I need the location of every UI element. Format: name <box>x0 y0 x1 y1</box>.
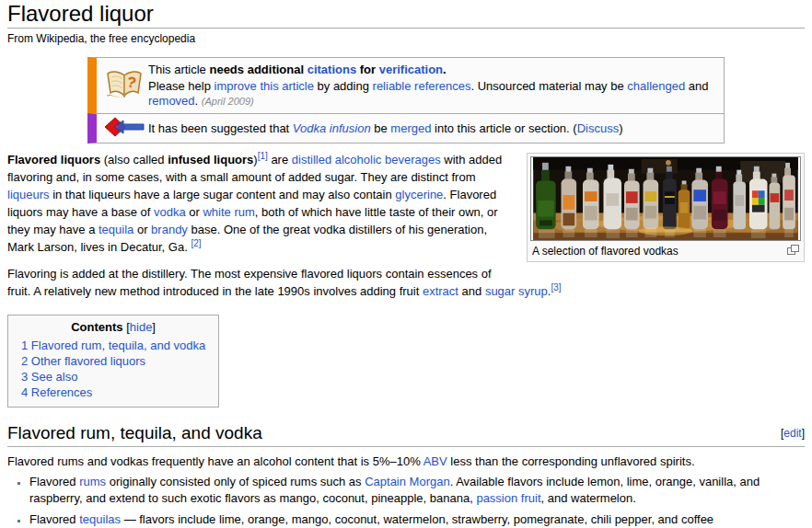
text-segment: infused liquors <box>168 153 253 166</box>
magnify-icon[interactable] <box>787 245 799 258</box>
text-segment: or <box>133 223 151 236</box>
inline-link[interactable]: reliable references <box>373 79 471 93</box>
reference-link[interactable]: [3] <box>551 282 561 293</box>
toc-title: Contents <box>71 320 122 334</box>
flavors-list: Flavored rums originally consisted only … <box>13 474 805 528</box>
text-segment: originally consisted only of spiced rums… <box>106 475 365 488</box>
section-intro-paragraph: Flavored rums and vodkas frequently have… <box>7 453 805 470</box>
merge-notice: It has been suggested that Vodka infusio… <box>87 113 725 143</box>
text-segment: It has been suggested that <box>148 121 293 135</box>
text-segment: (April 2009) <box>202 96 254 107</box>
toc-item-1[interactable]: 1 Flavored rum, tequila, and vodka <box>21 338 205 353</box>
list-item: Flavored tequilas — flavors include lime… <box>29 511 805 528</box>
inline-link[interactable]: glycerine <box>395 188 443 201</box>
inline-link[interactable]: hide <box>130 320 153 334</box>
inline-link[interactable]: Vodka infusion <box>293 121 371 135</box>
inline-link[interactable]: liqueurs <box>7 188 50 201</box>
inline-link[interactable]: brandy <box>151 223 188 236</box>
merge-arrow-icon <box>100 117 148 140</box>
text-segment: . <box>443 63 447 76</box>
inline-link[interactable]: rums <box>79 475 106 488</box>
question-book-icon: ? <box>100 68 148 104</box>
image-caption: A selection of flavored vodkas <box>532 245 679 258</box>
flavored-vodkas-image[interactable] <box>530 156 801 241</box>
edit-section-link[interactable]: [edit] <box>781 422 805 444</box>
article-thumbnail[interactable]: A selection of flavored vodkas <box>527 153 805 262</box>
text-segment: and <box>685 79 708 93</box>
text-segment: needs additional <box>209 63 307 76</box>
toc-item-2[interactable]: 2 Other flavored liquors <box>21 353 205 369</box>
site-subtitle: From Wikipedia, the free encyclopedia <box>7 32 805 45</box>
inline-link[interactable]: citations <box>307 63 356 76</box>
toc-hide-toggle[interactable]: [hide] <box>126 320 156 334</box>
reference-link[interactable]: [2] <box>191 238 201 248</box>
toc-link[interactable]: 3 See also <box>21 370 77 384</box>
inline-link[interactable]: edit <box>783 427 801 440</box>
text-segment: (also called <box>100 153 168 166</box>
text-segment: Flavoring is added at the distillery. Th… <box>7 267 492 298</box>
page-title: Flavored liquor <box>7 2 805 29</box>
text-segment: Flavored rums and vodkas frequently have… <box>7 454 423 468</box>
text-segment: and <box>458 284 485 298</box>
toc-link[interactable]: 2 Other flavored liquors <box>21 354 145 368</box>
toc-link[interactable]: 4 References <box>21 385 92 399</box>
text-segment: , and watermelon. <box>541 491 636 505</box>
merge-notice-line1: It has been suggested that Vodka infusio… <box>148 121 716 136</box>
inline-link[interactable]: challenged <box>627 79 685 93</box>
inline-link[interactable]: merged <box>390 121 431 135</box>
inline-link[interactable]: extract <box>423 284 458 298</box>
inline-link[interactable]: tequila <box>99 223 133 236</box>
toc-link[interactable]: 1 Flavored rum, tequila, and vodka <box>21 339 205 352</box>
list-item: Flavored rums originally consisted only … <box>29 474 805 507</box>
inline-link[interactable]: Captain Morgan <box>365 475 450 488</box>
text-segment: This article <box>148 63 209 76</box>
text-segment: — flavors include lime, orange, mango, c… <box>121 512 713 526</box>
table-of-contents: Contents [hide] 1 Flavored rum, tequila,… <box>7 315 219 407</box>
text-segment: . <box>195 94 202 108</box>
section-heading-text: Flavored rum, tequila, and vodka <box>7 423 262 442</box>
text-segment: are <box>268 153 292 166</box>
citations-notice-line2: Please help improve this article by addi… <box>148 79 716 109</box>
text-segment: for <box>356 63 379 76</box>
lead-paragraph-2: Flavoring is added at the distillery. Th… <box>7 265 805 300</box>
text-segment: by adding <box>314 79 373 93</box>
text-segment: Flavored <box>29 475 79 488</box>
inline-link[interactable]: sugar syrup <box>485 284 548 298</box>
text-segment: Flavored liquors <box>7 153 100 166</box>
text-segment: ] <box>152 320 156 334</box>
article-notices: ? This article needs additional citation… <box>87 57 725 143</box>
toc-item-3[interactable]: 3 See also <box>21 369 205 385</box>
inline-link[interactable]: ABV <box>423 454 447 468</box>
inline-link[interactable]: tequilas <box>79 512 121 526</box>
text-segment: ] <box>802 427 805 440</box>
toc-item-4[interactable]: 4 References <box>21 385 205 400</box>
inline-link[interactable]: removed <box>148 94 195 108</box>
inline-link[interactable]: verification <box>379 63 443 76</box>
citations-notice-line1: This article needs additional citations … <box>148 63 716 77</box>
text-segment: Please help <box>148 79 215 93</box>
text-segment: in that liqueurs have a large sugar cont… <box>50 188 396 201</box>
toc-list: 1 Flavored rum, tequila, and vodka 2 Oth… <box>21 338 205 400</box>
inline-link[interactable]: Discuss <box>577 121 620 135</box>
text-segment: be <box>371 121 391 135</box>
section-heading: [edit] Flavored rum, tequila, and vodka <box>7 422 805 447</box>
text-segment: . Unsourced material may be <box>471 79 628 93</box>
inline-link[interactable]: vodka <box>154 205 186 219</box>
inline-link[interactable]: white rum <box>203 205 254 219</box>
citations-needed-notice: ? This article needs additional citation… <box>87 57 725 114</box>
reference-link[interactable]: [1] <box>258 151 268 161</box>
inline-link[interactable]: distilled alcoholic beverages <box>292 153 441 166</box>
text-segment: Flavored <box>29 512 79 526</box>
text-segment: less than the corresponding unflavored s… <box>447 454 695 468</box>
inline-link[interactable]: improve this article <box>215 79 314 93</box>
text-segment: into this article or section. ( <box>431 121 576 135</box>
text-segment: or <box>186 205 203 219</box>
text-segment: ) <box>619 121 622 135</box>
inline-link[interactable]: passion fruit <box>476 491 540 505</box>
